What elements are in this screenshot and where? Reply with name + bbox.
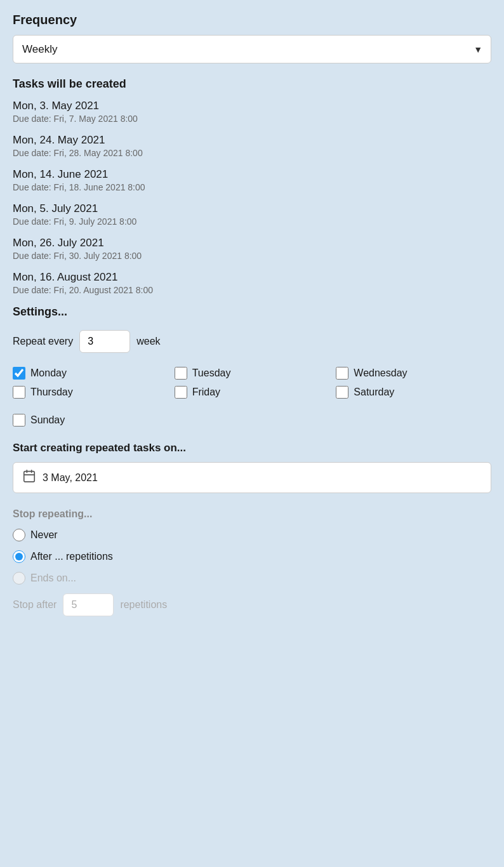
task-due: Due date: Fri, 28. May 2021 8:00 [13,148,491,158]
task-due: Due date: Fri, 18. June 2021 8:00 [13,182,491,192]
checkbox-thursday[interactable] [13,386,25,399]
task-due: Due date: Fri, 9. July 2021 8:00 [13,216,491,227]
task-date: Mon, 5. July 2021 [13,202,491,215]
task-entry: Mon, 3. May 2021 Due date: Fri, 7. May 2… [13,100,491,124]
checkbox-saturday[interactable] [336,386,348,399]
radio-never[interactable] [13,529,25,541]
stop-never-option[interactable]: Never [13,529,491,541]
day-monday-label: Monday [30,367,67,379]
stop-ends-on-label: Ends on... [30,572,76,584]
day-thursday-label: Thursday [30,387,73,398]
stop-repeating-label: Stop repeating... [13,508,491,520]
task-date: Mon, 16. August 2021 [13,271,491,284]
frequency-dropdown-wrapper: Weekly Daily Monthly Yearly ▼ [13,35,491,63]
radio-after-repetitions[interactable] [13,550,25,563]
repeat-every-unit: week [136,336,160,347]
task-due: Due date: Fri, 30. July 2021 8:00 [13,251,491,261]
day-saturday-label: Saturday [354,387,394,398]
frequency-select[interactable]: Weekly Daily Monthly Yearly [13,35,491,63]
repeat-every-label: Repeat every [13,336,73,347]
task-entry: Mon, 16. August 2021 Due date: Fri, 20. … [13,271,491,295]
task-entry: Mon, 24. May 2021 Due date: Fri, 28. May… [13,134,491,158]
task-date: Mon, 26. July 2021 [13,237,491,249]
task-date: Mon, 3. May 2021 [13,100,491,112]
day-monday[interactable]: Monday [13,367,168,380]
day-wednesday[interactable]: Wednesday [336,367,491,380]
svg-rect-0 [24,472,35,482]
checkbox-monday[interactable] [13,367,25,380]
stop-after-input[interactable] [63,593,114,616]
frequency-title: Frequency [13,13,491,27]
radio-ends-on[interactable] [13,572,25,585]
task-entry: Mon, 14. June 2021 Due date: Fri, 18. Ju… [13,168,491,192]
stop-after-row: Stop after repetitions [13,593,491,616]
days-grid: Monday Tuesday Wednesday Thursday Friday… [13,367,491,399]
day-saturday[interactable]: Saturday [336,386,491,399]
task-due: Due date: Fri, 20. August 2021 8:00 [13,285,491,295]
task-date: Mon, 14. June 2021 [13,168,491,181]
sunday-row[interactable]: Sunday [13,414,491,427]
day-friday[interactable]: Friday [175,386,330,399]
day-tuesday-label: Tuesday [192,367,231,379]
day-sunday-label: Sunday [30,414,65,426]
day-wednesday-label: Wednesday [354,367,407,379]
settings-title: Settings... [13,305,491,319]
stop-never-label: Never [30,529,58,541]
start-date-label: Start creating repeated tasks on... [13,442,491,454]
day-tuesday[interactable]: Tuesday [175,367,330,380]
checkbox-sunday[interactable] [13,414,25,427]
checkbox-wednesday[interactable] [336,367,348,380]
tasks-list: Mon, 3. May 2021 Due date: Fri, 7. May 2… [13,100,491,295]
date-input-wrapper[interactable]: 3 May, 2021 [13,462,491,493]
task-entry: Mon, 26. July 2021 Due date: Fri, 30. Ju… [13,237,491,261]
stop-after-text: Stop after [13,599,56,611]
stop-after-repetitions-label: After ... repetitions [30,551,113,562]
repeat-every-row: Repeat every week [13,330,491,353]
repeat-every-input[interactable] [79,330,130,353]
stop-after-repetitions-option[interactable]: After ... repetitions [13,550,491,563]
calendar-icon [22,469,36,486]
day-thursday[interactable]: Thursday [13,386,168,399]
date-input-value: 3 May, 2021 [43,472,98,484]
day-friday-label: Friday [192,387,220,398]
checkbox-tuesday[interactable] [175,367,187,380]
task-due: Due date: Fri, 7. May 2021 8:00 [13,114,491,124]
tasks-preview-header: Tasks will be created [13,77,491,91]
stop-ends-on-option[interactable]: Ends on... [13,572,491,585]
stop-after-unit: repetitions [120,599,167,611]
task-entry: Mon, 5. July 2021 Due date: Fri, 9. July… [13,202,491,227]
checkbox-friday[interactable] [175,386,187,399]
task-date: Mon, 24. May 2021 [13,134,491,147]
